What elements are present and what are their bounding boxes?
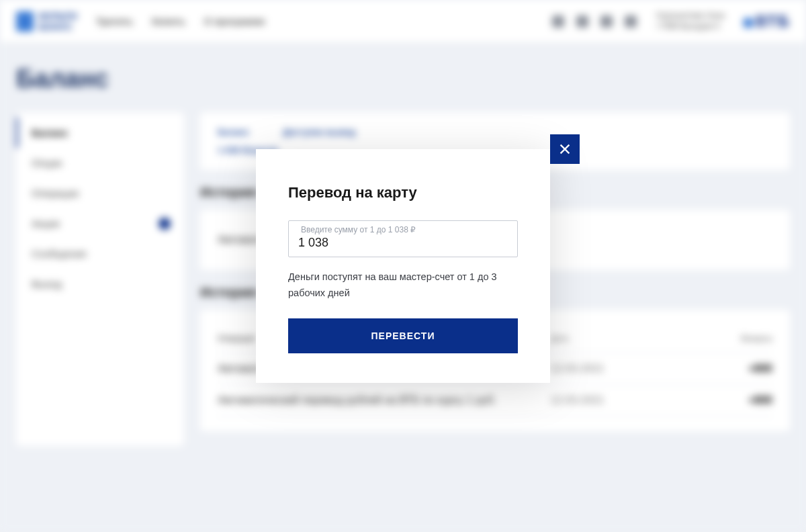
amount-input[interactable]: [298, 236, 508, 250]
transfer-modal: Перевод на карту Введите сумму от 1 до 1…: [256, 149, 550, 382]
close-icon: [557, 142, 572, 157]
close-button[interactable]: [550, 134, 580, 164]
modal-overlay: Перевод на карту Введите сумму от 1 до 1…: [0, 0, 806, 532]
amount-input-wrap[interactable]: Введите сумму от 1 до 1 038 ₽: [288, 220, 518, 257]
modal-note: Деньги поступят на ваш мастер-счет от 1 …: [288, 269, 518, 300]
modal-title: Перевод на карту: [288, 184, 518, 202]
amount-input-label: Введите сумму от 1 до 1 038 ₽: [301, 225, 416, 234]
transfer-button[interactable]: ПЕРЕВЕСТИ: [288, 318, 518, 353]
